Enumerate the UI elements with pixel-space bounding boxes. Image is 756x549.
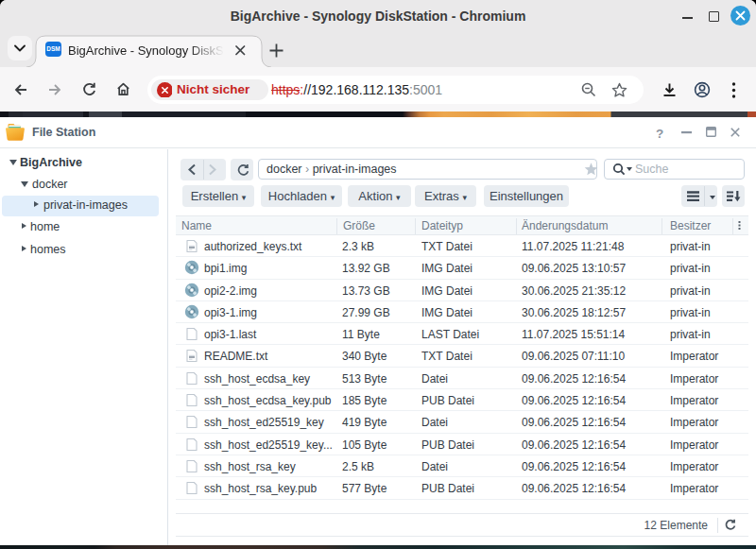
svg-text:?: ? xyxy=(656,127,663,141)
